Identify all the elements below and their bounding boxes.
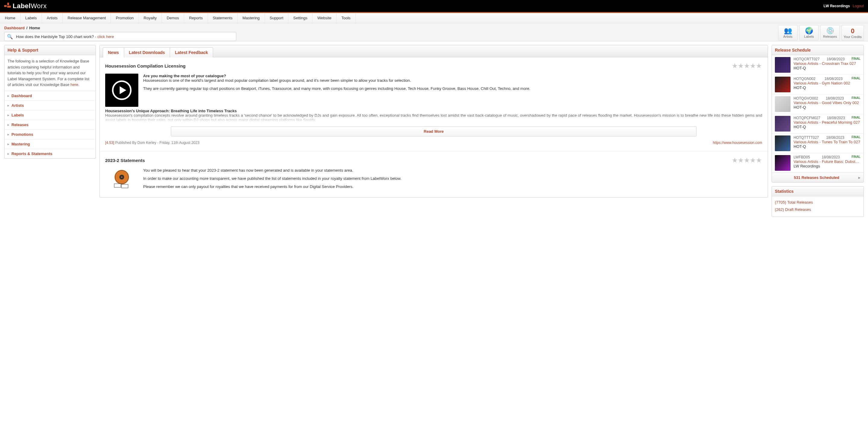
release-date: 18/08/2023	[826, 136, 844, 140]
release-title: Various Artists - Crosstrain Trax 027	[794, 61, 861, 66]
svg-rect-9	[114, 184, 121, 187]
sidebar-item-label: Promotions	[11, 132, 33, 137]
tab[interactable]: Latest Feedback	[170, 47, 213, 57]
svg-rect-0	[4, 5, 7, 7]
nav-item[interactable]: Royalty	[139, 13, 162, 23]
release-schedule-panel: Release Schedule HOTQCRTT02718/08/2023FI…	[772, 45, 864, 182]
sidebar-item[interactable]: ▸Promotions	[4, 130, 96, 139]
svg-marker-4	[120, 86, 126, 94]
sidebar-item[interactable]: ▸Releases	[4, 120, 96, 130]
chevron-right-icon: ▸	[7, 113, 9, 117]
release-row[interactable]: HOTQGN00218/08/2023FINALVarious Artists …	[772, 75, 864, 94]
stats-row[interactable]: (262) Draft Releases	[775, 207, 861, 213]
breadcrumb-root[interactable]: Dashboard	[4, 26, 25, 30]
logo[interactable]: LabelWorx	[4, 2, 47, 10]
star-rating[interactable]: ★★★★★	[732, 157, 762, 164]
play-icon	[111, 80, 132, 101]
release-row[interactable]: HOTQGVO00218/08/2023FINALVarious Artists…	[772, 94, 864, 114]
sidebar-item[interactable]: ▸Labels	[4, 110, 96, 120]
chevron-right-icon: ▸	[7, 94, 9, 97]
tab[interactable]: News	[103, 47, 124, 57]
sidebar-item[interactable]: ▸Reports & Statements	[4, 149, 96, 159]
release-row[interactable]: HOTQCRTT02718/08/2023FINALVarious Artist…	[772, 55, 864, 75]
release-row[interactable]: HOTQTTTT02718/08/2023FINALVarious Artist…	[772, 134, 864, 153]
sidebar-item[interactable]: ▸Dashboard	[4, 91, 96, 101]
release-code: HOTQPCFM027	[794, 116, 820, 120]
nav-item[interactable]: Reports	[184, 13, 208, 23]
tile-labels[interactable]: 🌍 Labels	[799, 25, 818, 41]
nav-item[interactable]: Website	[313, 13, 337, 23]
nav-item[interactable]: Tools	[337, 13, 355, 23]
release-title: Various Artists - Peaceful Morning 027	[794, 120, 861, 124]
help-panel-title: Help & Support	[4, 45, 96, 55]
sidebar-item-label: Mastering	[11, 142, 30, 146]
chevron-right-icon: ▸	[7, 104, 9, 107]
globe-icon: 🌍	[805, 27, 813, 34]
logo-text: LabelWorx	[13, 2, 47, 10]
nav-item[interactable]: Demos	[162, 13, 184, 23]
tile-releases[interactable]: 💿 Releases	[820, 25, 840, 41]
sidebar-item[interactable]: ▸Mastering	[4, 139, 96, 149]
release-label: HOT-Q	[794, 144, 861, 149]
read-more-button[interactable]: Read More	[171, 126, 696, 136]
schedule-footer[interactable]: 531 Releases Scheduled ▸	[772, 173, 864, 182]
nav-item[interactable]: Support	[265, 13, 289, 23]
article-1-url[interactable]: https://www.housesession.com	[713, 141, 762, 145]
vinyl-icon	[111, 168, 132, 189]
release-title: Various Artists - Future Bass: Dubstep, …	[794, 159, 861, 164]
article-1-byline: [4.53] Published By Dom Kerley - Friday,…	[105, 141, 199, 145]
release-date: 18/08/2023	[827, 57, 844, 61]
star-rating[interactable]: ★★★★★	[732, 62, 762, 69]
topbar: LabelWorx LW Recordings Logout	[0, 0, 868, 12]
nav-item[interactable]: Release Management	[63, 13, 111, 23]
nav-item[interactable]: Promotion	[111, 13, 138, 23]
nav-item[interactable]: Statements	[208, 13, 238, 23]
release-label: HOT-Q	[794, 85, 861, 90]
release-date: 18/08/2023	[826, 96, 844, 101]
release-cover	[775, 77, 790, 92]
statistics-panel: Statistics (7705) Total Releases(262) Dr…	[772, 186, 864, 217]
topbar-right: LW Recordings Logout	[824, 4, 864, 8]
search-link[interactable]: click here	[97, 34, 114, 39]
release-date: 18/08/2023	[827, 116, 845, 120]
nav-item[interactable]: Settings	[288, 13, 313, 23]
search-box[interactable]: 🔍 How does the Hardstyle Top 100 chart w…	[4, 32, 236, 41]
release-code: LWFBD05	[794, 155, 810, 159]
release-status: FINAL	[852, 96, 861, 101]
release-cover	[775, 57, 790, 73]
stats-row[interactable]: (7705) Total Releases	[775, 199, 861, 205]
chevron-right-icon: ▸	[7, 152, 9, 156]
release-row[interactable]: HOTQPCFM02718/08/2023FINALVarious Artist…	[772, 114, 864, 134]
tile-credits[interactable]: 0 Your Credits	[841, 25, 864, 41]
sidebar-item[interactable]: ▸Artists	[4, 101, 96, 110]
tab[interactable]: Latest Downloads	[124, 47, 170, 57]
release-label: HOT-Q	[794, 124, 861, 129]
release-status: FINAL	[852, 155, 861, 159]
release-status: FINAL	[852, 77, 861, 81]
sidebar: Help & Support The following is a select…	[4, 45, 96, 159]
release-date: 18/08/2023	[825, 77, 843, 81]
article-2: 2023-2 Statements ★★★★★	[100, 157, 768, 197]
users-icon: 👥	[784, 27, 792, 34]
release-label: LW Recordings	[794, 164, 861, 168]
sidebar-item-label: Reports & Statements	[11, 151, 53, 156]
release-row[interactable]: LWFBD0518/08/2023FINALVarious Artists - …	[772, 153, 864, 173]
release-status: FINAL	[852, 116, 861, 120]
release-title: Various Artists - Tunes To Train To 027	[794, 140, 861, 144]
chevron-right-icon: ▸	[7, 133, 9, 136]
disc-icon: 💿	[826, 27, 834, 34]
statistics-body: (7705) Total Releases(262) Draft Release…	[772, 196, 864, 217]
release-cover	[775, 96, 790, 112]
kb-here-link[interactable]: here	[70, 82, 79, 87]
nav-item[interactable]: Home	[0, 13, 21, 23]
logout-link[interactable]: Logout	[852, 4, 864, 8]
nav-item[interactable]: Labels	[21, 13, 42, 23]
release-code: HOTQCRTT027	[794, 57, 819, 61]
tabs: NewsLatest DownloadsLatest Feedback	[100, 45, 768, 57]
tile-artists[interactable]: 👥 Artists	[778, 25, 798, 41]
release-title: Various Artists - Gym Nation 002	[794, 81, 861, 85]
nav-item[interactable]: Mastering	[238, 13, 265, 23]
breadcrumb-current: Home	[29, 26, 40, 30]
news-panel: NewsLatest DownloadsLatest Feedback Hous…	[99, 45, 768, 198]
nav-item[interactable]: Artists	[42, 13, 63, 23]
